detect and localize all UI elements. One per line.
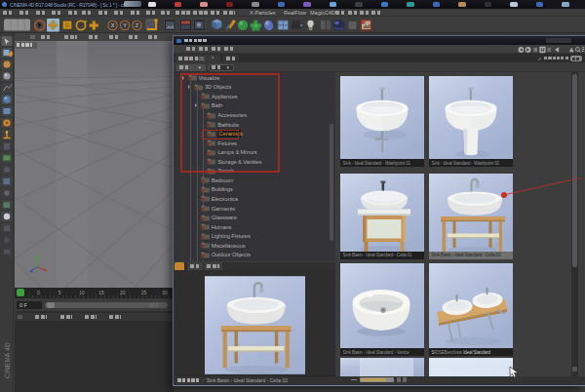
svg-text:X: X	[111, 22, 115, 28]
svg-text:Y: Y	[123, 22, 127, 28]
svg-text:H: H	[540, 47, 544, 53]
